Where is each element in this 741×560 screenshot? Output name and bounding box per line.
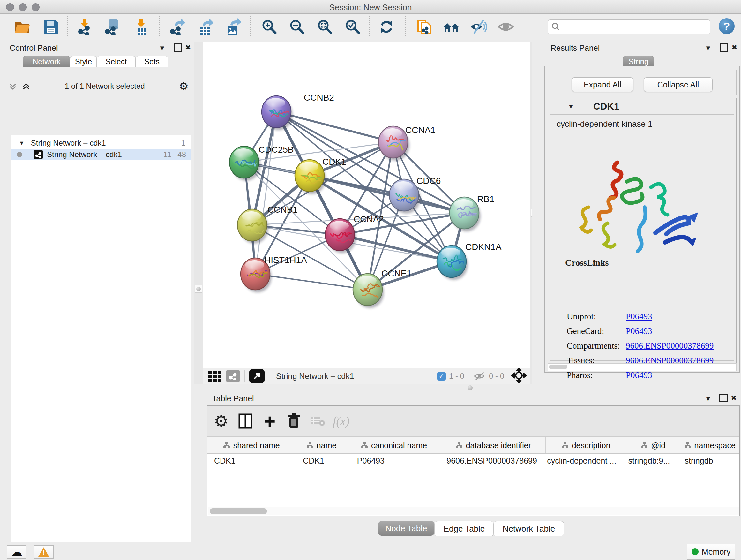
network-row[interactable]: String Network – cdk1 11 48	[11, 149, 191, 160]
collapse-all-icon[interactable]	[8, 81, 17, 91]
table-toolbar: ⚙ + f(x)	[207, 406, 739, 437]
function-builder-icon[interactable]: f(x)	[332, 412, 350, 430]
tab-node-table[interactable]: Node Table	[378, 521, 434, 536]
crosslink-uniprot[interactable]: P06493	[626, 312, 652, 321]
string-view-icon[interactable]	[226, 370, 240, 382]
table-hscrollbar[interactable]	[208, 507, 739, 515]
hide-selected-icon[interactable]	[469, 18, 487, 36]
column-header[interactable]: name	[296, 437, 347, 453]
svg-text:CDC25B: CDC25B	[259, 145, 293, 154]
export-network-icon[interactable]	[169, 18, 186, 36]
zoom-out-icon[interactable]	[288, 18, 306, 36]
clone-network-icon[interactable]	[416, 18, 433, 36]
open-session-icon[interactable]	[13, 18, 30, 36]
table-options-gear-icon[interactable]: ⚙	[212, 412, 230, 430]
column-header[interactable]: description	[546, 437, 626, 453]
first-neighbors-icon[interactable]	[443, 18, 460, 36]
crosslink-compartments[interactable]: 9606.ENSP00000378699	[626, 341, 714, 351]
collection-expand-icon[interactable]: ▼	[19, 140, 24, 146]
svg-text:CDC6: CDC6	[416, 176, 441, 186]
memory-button[interactable]: Memory	[687, 544, 735, 560]
tab-style[interactable]: Style	[70, 56, 97, 67]
memory-status-dot	[691, 548, 698, 555]
tab-sets[interactable]: Sets	[135, 56, 169, 67]
control-panel: Control Panel ▼ ✖ Network Style Select S…	[3, 42, 194, 542]
network-selection-bar: 1 of 1 Network selected ⚙	[8, 79, 189, 93]
results-hscrollbar[interactable]	[548, 363, 737, 371]
svg-text:CCNB1: CCNB1	[267, 205, 298, 214]
expand-all-button[interactable]: Expand All	[571, 77, 633, 92]
refresh-icon[interactable]	[378, 18, 395, 36]
export-image-icon[interactable]	[225, 18, 242, 36]
crosslink-row: Pharos:P06493	[567, 370, 733, 383]
column-header[interactable]: canonical name	[347, 437, 441, 453]
window-title: Session: New Session	[0, 3, 741, 12]
column-header[interactable]: namespace	[680, 437, 739, 453]
float-panel-icon[interactable]: ▼	[704, 395, 712, 402]
show-columns-icon[interactable]	[237, 412, 254, 430]
tab-network[interactable]: Network	[23, 56, 71, 67]
toolbar-search[interactable]	[548, 19, 711, 34]
maximize-panel-icon[interactable]	[720, 44, 728, 52]
horizontal-splitter[interactable]	[194, 384, 741, 392]
network-tree: ▼ String Network – cdk1 1 String Network…	[11, 135, 192, 560]
table-hscrollbar-thumb[interactable]	[210, 508, 267, 514]
collection-label: String Network – cdk1	[31, 138, 106, 147]
zoom-fit-icon[interactable]	[316, 18, 333, 36]
crosslink-pharos[interactable]: P06493	[626, 370, 652, 380]
collapse-all-button[interactable]: Collapse All	[644, 77, 713, 92]
fit-content-crosshair-icon[interactable]	[511, 368, 527, 384]
selected-checkbox-icon[interactable]: ✓	[437, 372, 446, 381]
birdseye-grid-icon[interactable]	[208, 371, 221, 381]
save-session-icon[interactable]	[42, 18, 59, 36]
warnings-button[interactable]: !	[34, 545, 54, 559]
tab-network-table[interactable]: Network Table	[493, 521, 564, 537]
left-splitter[interactable]	[194, 42, 203, 384]
zoom-selected-icon[interactable]	[344, 18, 361, 36]
delete-table-icon[interactable]	[309, 412, 327, 430]
tab-string-results[interactable]: String	[623, 56, 654, 67]
network-graph[interactable]: CCNB2 CCNA1 CDC25B CDK1 CDC6	[203, 42, 530, 368]
import-network-icon[interactable]	[76, 18, 93, 36]
close-panel-icon[interactable]: ✖	[185, 44, 191, 51]
horizontal-splitter-handle[interactable]	[468, 385, 473, 390]
close-panel-icon[interactable]: ✖	[731, 44, 737, 51]
svg-text:CCNA1: CCNA1	[405, 125, 435, 135]
help-button[interactable]: ?	[719, 18, 735, 34]
table-row[interactable]: CDK1 CDK1 P06493 9606.ENSP00000378699 cy…	[207, 453, 739, 469]
export-table-icon[interactable]	[197, 18, 214, 36]
float-panel-icon[interactable]: ▼	[158, 45, 165, 52]
column-header[interactable]: database identifier	[441, 437, 546, 453]
add-column-icon[interactable]: +	[261, 412, 279, 430]
cloud-status-button[interactable]: ☁	[7, 545, 26, 559]
column-header[interactable]: shared name	[207, 437, 296, 453]
node-table-container: ⚙ + f(x) shared name name canonical name…	[207, 406, 740, 516]
network-status-dot	[17, 152, 22, 157]
search-input[interactable]	[561, 22, 699, 32]
column-header[interactable]: @id	[626, 437, 680, 453]
crosslinks-title: CrossLinks	[565, 258, 609, 268]
tab-select[interactable]: Select	[96, 56, 136, 67]
expand-all-icon[interactable]	[22, 81, 30, 91]
open-in-window-icon[interactable]	[249, 369, 265, 383]
import-network-from-database-icon[interactable]	[104, 18, 121, 36]
panel-options-gear-icon[interactable]: ⚙	[179, 81, 189, 91]
delete-column-icon[interactable]	[285, 412, 303, 430]
import-table-icon[interactable]	[133, 18, 150, 36]
crosslink-genecard[interactable]: P06493	[626, 326, 652, 336]
close-panel-icon[interactable]: ✖	[731, 395, 737, 401]
network-node-count: 11	[163, 150, 172, 159]
float-panel-icon[interactable]: ▼	[704, 45, 712, 52]
network-collection-row[interactable]: ▼ String Network – cdk1 1	[11, 137, 191, 149]
left-splitter-handle[interactable]	[195, 285, 202, 293]
network-view-canvas[interactable]: CCNB2 CCNA1 CDC25B CDK1 CDC6	[203, 42, 530, 368]
toolbar-separator	[250, 16, 251, 36]
maximize-panel-icon[interactable]	[174, 44, 182, 52]
show-all-icon[interactable]	[497, 18, 515, 36]
tab-edge-table[interactable]: Edge Table	[434, 521, 494, 537]
maximize-panel-icon[interactable]	[719, 394, 728, 402]
gene-collapse-icon[interactable]: ▼	[568, 103, 574, 110]
footer-separator	[245, 370, 245, 382]
zoom-in-icon[interactable]	[261, 18, 278, 36]
crosslink-row: GeneCard:P06493	[567, 326, 733, 339]
